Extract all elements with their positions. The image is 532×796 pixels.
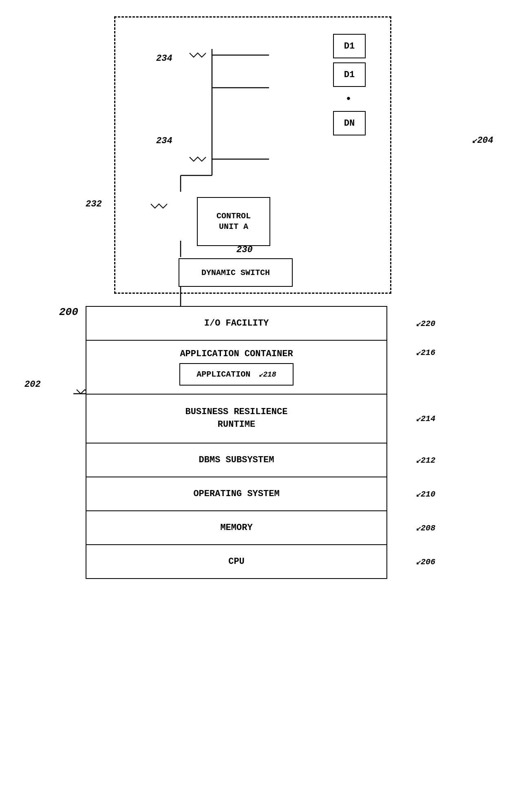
- application-inner-box: APPLICATION ↙218: [179, 363, 293, 386]
- operating-system-layer: OPERATING SYSTEM ↙210: [86, 477, 386, 511]
- label-200: 200: [59, 306, 78, 318]
- label-204: ↙204: [472, 135, 493, 146]
- dbms-subsystem-layer: DBMS SUBSYSTEM ↙212: [86, 443, 386, 477]
- label-202: 202: [24, 379, 41, 390]
- label-234-top: 234: [156, 53, 172, 64]
- app-container-label: APPLICATION CONTAINER: [180, 349, 293, 359]
- io-facility-layer: I/O FACILITY ↙220: [86, 307, 386, 341]
- label-208: ↙208: [416, 523, 435, 533]
- label-206: ↙206: [416, 557, 435, 567]
- dots-separator: •: [333, 91, 366, 107]
- cpu-layer: CPU ↙206: [86, 545, 386, 578]
- disk-dn: DN: [333, 111, 366, 135]
- dynamic-switch-label: DYNAMIC SWITCH: [201, 268, 270, 277]
- operating-system-label: OPERATING SYSTEM: [193, 489, 279, 499]
- control-unit-label: CONTROLUNIT A: [216, 211, 251, 232]
- label-230: 230: [236, 245, 253, 255]
- memory-label: MEMORY: [220, 523, 252, 533]
- label-234-bottom: 234: [156, 136, 172, 146]
- disk-d1-bottom: D1: [333, 62, 366, 87]
- io-facility-label: I/O FACILITY: [204, 318, 269, 328]
- disk-d1-top: D1: [333, 34, 366, 58]
- label-220: ↙220: [416, 318, 435, 328]
- cpu-label: CPU: [228, 557, 245, 567]
- memory-layer: MEMORY ↙208: [86, 511, 386, 545]
- main-system-box: I/O FACILITY ↙220 APPLICATION CONTAINER …: [86, 306, 387, 579]
- control-unit-box: CONTROLUNIT A: [197, 197, 270, 246]
- business-resilience-label: BUSINESS RESILIENCERUNTIME: [185, 406, 288, 431]
- application-label: APPLICATION: [196, 370, 250, 379]
- label-210: ↙210: [416, 489, 435, 499]
- label-214: ↙214: [416, 413, 435, 423]
- disk-devices-column: D1 D1 • DN: [333, 34, 366, 135]
- label-212: ↙212: [416, 455, 435, 465]
- label-232: 232: [86, 199, 102, 209]
- app-container-layer: APPLICATION CONTAINER APPLICATION ↙218 ↙…: [86, 341, 386, 395]
- diagram-container: D1 D1 • DN 234 234 CONTROLUNIT A DYNAMIC…: [61, 12, 469, 779]
- dbms-subsystem-label: DBMS SUBSYSTEM: [199, 455, 274, 465]
- dynamic-switch-box: DYNAMIC SWITCH: [179, 258, 293, 287]
- top-dashed-box: D1 D1 • DN 234 234 CONTROLUNIT A DYNAMIC…: [114, 16, 391, 294]
- business-resilience-layer: BUSINESS RESILIENCERUNTIME ↙214: [86, 395, 386, 443]
- label-216: ↙216: [416, 347, 435, 357]
